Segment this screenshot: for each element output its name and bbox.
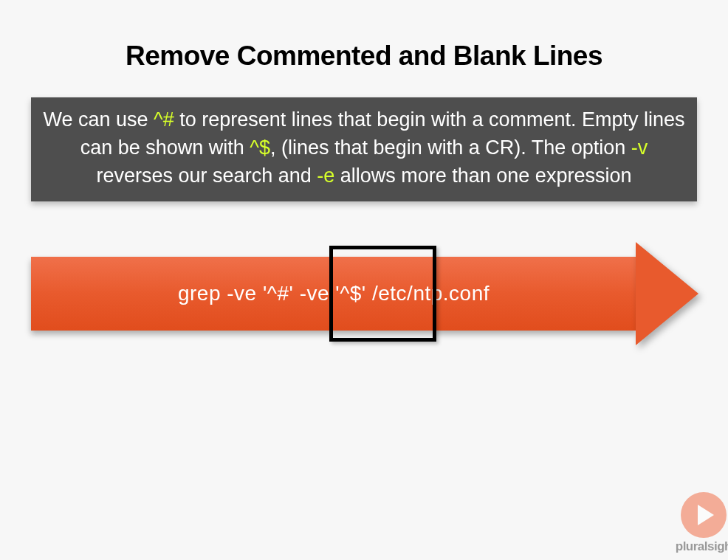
desc-highlight-1: ^# <box>154 108 174 131</box>
arrow-head-icon <box>636 242 698 345</box>
desc-highlight-4: -e <box>317 165 334 187</box>
desc-highlight-2: ^$ <box>250 136 270 159</box>
brand-logo: pluralsigh <box>676 492 728 554</box>
description-box: We can use ^# to represent lines that be… <box>31 97 697 201</box>
desc-text-5: allows more than one expression <box>334 165 631 187</box>
desc-text-3: , (lines that begin with a CR). The opti… <box>270 136 631 159</box>
command-arrow: grep -ve '^#' -ve '^$' /etc/ntp.conf <box>31 242 697 345</box>
play-circle-icon <box>681 492 727 538</box>
slide-title: Remove Commented and Blank Lines <box>0 0 728 72</box>
highlight-rectangle <box>329 246 436 342</box>
brand-text: pluralsigh <box>676 539 728 554</box>
desc-highlight-3: -v <box>631 136 648 159</box>
desc-text-4: reverses our search and <box>97 165 317 187</box>
play-triangle-icon <box>698 505 714 525</box>
desc-text-1: We can use <box>43 108 154 131</box>
